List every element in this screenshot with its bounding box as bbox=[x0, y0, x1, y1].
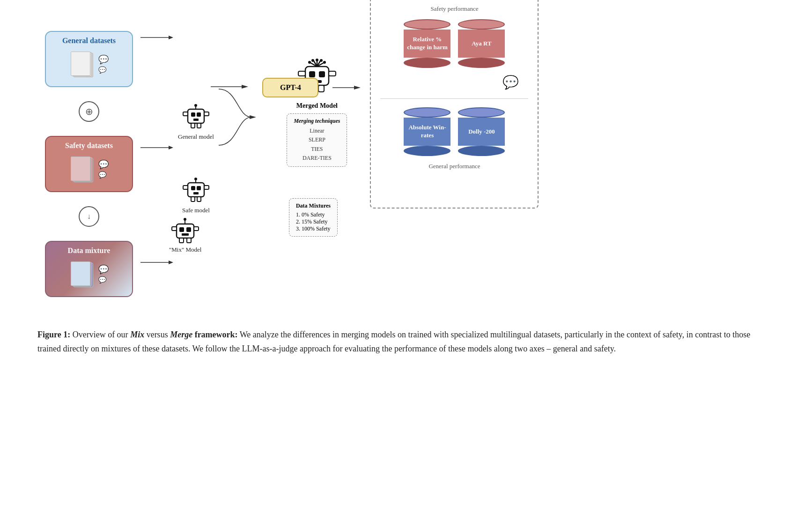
safety-datasets-title: Safety datasets bbox=[52, 142, 126, 150]
aya-cylinder: Aya RT bbox=[458, 19, 505, 68]
data-mixture-icon-area: 💬 💬 bbox=[52, 258, 126, 291]
svg-rect-52 bbox=[194, 227, 199, 231]
left-arrows bbox=[140, 33, 173, 267]
arrow-to-safe bbox=[140, 143, 173, 152]
svg-marker-3 bbox=[169, 146, 173, 149]
figure-caption: Figure 1: Overview of our Mix versus Mer… bbox=[28, 323, 777, 360]
harm-cylinder: Relative % change in harm bbox=[404, 19, 450, 68]
models-column: General model Safe model bbox=[178, 100, 214, 214]
stacked-pages-general bbox=[70, 52, 96, 77]
merging-title: Merging techniques bbox=[294, 118, 340, 125]
data-mixture-box: Data mixture 💬 💬 bbox=[45, 241, 133, 297]
merged-model-label: Merged Model bbox=[296, 102, 338, 110]
svg-rect-51 bbox=[172, 227, 177, 231]
arrow-to-mix bbox=[140, 258, 173, 267]
data-mix-box: Data Mixtures 1. 0% Safety 2. 15% Safety… bbox=[289, 198, 338, 237]
data-mix-item-2: 2. 15% Safety bbox=[296, 218, 331, 225]
general-perf-label: General performance bbox=[380, 163, 528, 170]
gpt4-box: GPT-4 bbox=[262, 78, 318, 97]
data-mix-item-3: 3. 100% Safety bbox=[296, 225, 331, 232]
svg-rect-23 bbox=[204, 186, 209, 189]
win-cyl-bottom bbox=[404, 146, 450, 156]
harm-cyl-body: Relative % change in harm bbox=[404, 30, 450, 58]
arrow-safe-svg bbox=[140, 143, 173, 152]
svg-rect-7 bbox=[191, 112, 195, 117]
svg-point-21 bbox=[194, 178, 197, 180]
dolly-cylinder: Dolly -200 bbox=[458, 107, 505, 156]
merging-techniques-box: Merging techniques Linear SLERP TIES DAR… bbox=[287, 113, 347, 167]
caption-versus: versus bbox=[144, 330, 170, 339]
general-datasets-title: General datasets bbox=[52, 37, 126, 45]
caption-merge: Merge bbox=[170, 330, 192, 339]
to-merged-arrows bbox=[219, 59, 256, 176]
merging-item-2: SLERP bbox=[294, 135, 340, 144]
winrates-cylinder: Absolute Win-rates bbox=[404, 107, 450, 156]
svg-rect-18 bbox=[197, 186, 201, 190]
gpt4-area: GPT-4 bbox=[248, 78, 332, 97]
svg-rect-25 bbox=[197, 197, 201, 201]
svg-rect-47 bbox=[177, 224, 194, 238]
arrow-gpt4-panel bbox=[332, 83, 361, 92]
svg-marker-26 bbox=[250, 115, 256, 119]
multilingual-icon: 💬 bbox=[502, 75, 519, 90]
safety-datasets-box: Safety datasets 💬 💬 bbox=[45, 136, 133, 192]
chat-icons-safety: 💬 💬 bbox=[98, 159, 109, 179]
stacked-pages-safety bbox=[70, 157, 96, 182]
win-cyl-top bbox=[404, 107, 450, 118]
diagram-area: General datasets 💬 💬 ⊕ Safety bbox=[28, 19, 784, 309]
arrow-mix-svg bbox=[140, 258, 173, 267]
svg-rect-9 bbox=[193, 119, 199, 121]
svg-rect-14 bbox=[191, 123, 195, 128]
mix-model-label: "Mix" Model bbox=[169, 246, 201, 254]
general-datasets-icon-area: 💬 💬 bbox=[52, 48, 126, 81]
arrow-merged-gpt4 bbox=[211, 82, 248, 91]
svg-rect-19 bbox=[193, 192, 199, 194]
chat-icon-m1: 💬 bbox=[98, 264, 109, 275]
general-robot-svg bbox=[181, 100, 211, 130]
chat-icon-m2: 💬 bbox=[98, 276, 109, 284]
arrow-to-general bbox=[140, 33, 173, 42]
svg-rect-39 bbox=[319, 71, 325, 77]
down-arrow-operator: ↓ bbox=[79, 206, 99, 227]
data-mix-item-1: 1. 0% Safety bbox=[296, 211, 331, 218]
aya-cyl-body: Aya RT bbox=[458, 30, 505, 58]
svg-rect-24 bbox=[191, 197, 195, 201]
svg-rect-50 bbox=[182, 233, 189, 236]
merged-area: Merged Model Merging techniques Linear S… bbox=[270, 58, 364, 167]
merging-items: Linear SLERP TIES DARE-TIES bbox=[294, 127, 340, 163]
svg-rect-48 bbox=[179, 227, 184, 232]
svg-rect-41 bbox=[298, 71, 305, 76]
svg-rect-12 bbox=[183, 112, 188, 116]
divider bbox=[380, 98, 528, 99]
arrow-general-svg bbox=[140, 33, 173, 42]
safe-model-label: Safe model bbox=[182, 207, 210, 214]
merging-item-3: TIES bbox=[294, 145, 340, 154]
plus-operator: ⊕ bbox=[79, 101, 99, 122]
svg-point-28 bbox=[311, 59, 314, 62]
chat-icon-1: 💬 bbox=[98, 54, 109, 65]
chat-icon-s1: 💬 bbox=[98, 159, 109, 170]
chat-icons-general: 💬 💬 bbox=[98, 54, 109, 74]
general-model: General model bbox=[178, 100, 214, 141]
svg-point-36 bbox=[323, 61, 326, 64]
safety-cylinders-row: Relative % change in harm Aya RT bbox=[380, 19, 528, 68]
page-3 bbox=[71, 52, 90, 76]
svg-marker-1 bbox=[169, 36, 173, 39]
merging-item-4: DARE-TIES bbox=[294, 154, 340, 163]
svg-rect-16 bbox=[188, 183, 204, 197]
multilingual-icon-row: 💬 bbox=[380, 75, 528, 90]
caption-intro: Overview of our bbox=[73, 330, 130, 339]
safe-model: Safe model bbox=[181, 173, 211, 214]
general-model-label: General model bbox=[178, 133, 214, 141]
svg-rect-13 bbox=[204, 112, 209, 116]
svg-marker-5 bbox=[169, 261, 173, 264]
svg-rect-15 bbox=[197, 123, 201, 128]
win-cyl-body: Absolute Win-rates bbox=[404, 118, 450, 146]
safety-perf-label: Safety performance bbox=[380, 5, 528, 13]
data-mix-area: Data Mixtures 1. 0% Safety 2. 15% Safety… bbox=[289, 194, 338, 237]
svg-marker-56 bbox=[242, 85, 248, 89]
mix-robot-svg bbox=[170, 216, 200, 246]
gpt4-to-panel-arrow bbox=[332, 83, 361, 92]
left-column: General datasets 💬 💬 ⊕ Safety bbox=[42, 31, 136, 297]
data-mix-title: Data Mixtures bbox=[296, 202, 331, 209]
